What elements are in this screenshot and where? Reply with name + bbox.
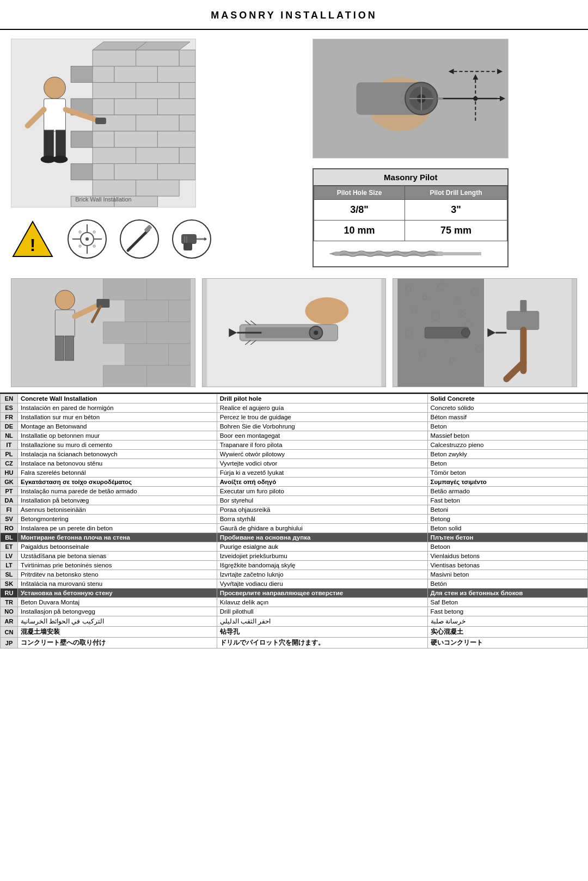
masonry-pilot-table: Masonry Pilot Pilot Hole Size Pilot Dril…	[313, 168, 509, 267]
lang-col3: Betón	[427, 579, 587, 589]
lang-col3: 实心混凝土	[427, 627, 587, 638]
lang-code: PT	[1, 487, 18, 496]
lang-col2: 钻导孔	[217, 627, 427, 638]
lang-col3: Vientisas betonas	[427, 561, 587, 570]
lang-col2: Drill pilot hole	[217, 394, 427, 403]
lang-col1: Concrete Wall Installation	[18, 394, 217, 403]
svg-rect-18	[157, 131, 195, 148]
screwdriver-icon	[120, 219, 159, 259]
svg-rect-100	[55, 336, 64, 360]
lang-code: RU	[1, 589, 18, 598]
language-table-section: ENConcrete Wall InstallationDrill pilot …	[0, 393, 588, 648]
svg-point-56	[93, 245, 95, 247]
lang-col1: 混凝土墙安装	[18, 627, 217, 638]
lang-col3: Beton zwykły	[427, 450, 587, 459]
lang-col1: Inštalácia na murovanú stenu	[18, 579, 217, 589]
lang-col1: Installasjon på betongvegg	[18, 607, 217, 616]
warning-icon: !	[11, 219, 54, 259]
lang-col2: Vyvŕtajte vodiacu dieru	[217, 579, 427, 589]
lang-col3: Solid Concrete	[427, 394, 587, 403]
lang-col3: Betão armado	[427, 487, 587, 496]
svg-rect-36	[44, 99, 66, 131]
lang-col2: Bor styrehul	[217, 496, 427, 505]
svg-marker-33	[71, 131, 93, 148]
lang-col1: التركيب في الحوائط الخرسانية	[18, 616, 217, 627]
lang-col3: Betoon	[427, 542, 587, 552]
lang-code: EN	[1, 394, 18, 403]
svg-rect-37	[44, 130, 54, 157]
lang-col2: Kılavuz delik açın	[217, 598, 427, 607]
lang-col1: コンクリート壁への取り付け	[18, 638, 217, 648]
svg-point-110	[314, 331, 318, 335]
lang-col3: Betong	[427, 515, 587, 524]
lang-code: PL	[1, 450, 18, 459]
svg-rect-15	[179, 115, 195, 131]
lang-col2: Realice el agujero guía	[217, 403, 427, 413]
concrete-hammer-illustration	[393, 278, 577, 387]
svg-point-52	[85, 237, 89, 241]
lang-col2: Vyvrtejte vodici otvor	[217, 459, 427, 468]
svg-rect-60	[181, 234, 197, 244]
lang-col1: Montage an Betonwand	[18, 422, 217, 431]
lang-col1: Instalación en pared de hormigón	[18, 403, 217, 413]
middle-section	[0, 278, 588, 387]
svg-rect-92	[103, 322, 146, 344]
lang-col1: Installation sur mur en béton	[18, 413, 217, 422]
lang-code: FI	[1, 505, 18, 515]
page-title: MASONRY INSTALLATION	[0, 0, 588, 30]
lang-col1: Beton Duvara Montaj	[18, 598, 217, 607]
lang-code: CN	[1, 627, 18, 638]
lang-col3: Saf Beton	[427, 598, 587, 607]
drill-icon	[172, 219, 211, 259]
row2-col1: 10 mm	[314, 221, 405, 241]
lang-code: JP	[1, 638, 18, 648]
lang-code: BL	[1, 533, 18, 542]
svg-point-135	[462, 328, 470, 337]
lang-col3: Concreto sólido	[427, 403, 587, 413]
lang-col1: Installazione su muro di cemento	[18, 440, 217, 450]
svg-rect-23	[114, 164, 158, 180]
lang-col2: Išgręžkite bandomają skylę	[217, 561, 427, 570]
svg-rect-89	[146, 278, 190, 300]
svg-rect-85	[438, 252, 481, 255]
svg-point-54	[93, 231, 95, 233]
svg-rect-24	[157, 164, 195, 180]
lang-col1: Uzstādīšana pie betona sienas	[18, 552, 217, 561]
lang-col1: Falra szerelés betonnál	[18, 468, 217, 478]
lang-col2: Ανοίξτε οπή οδηγό	[217, 478, 427, 487]
person-hammering-illustration	[11, 278, 195, 387]
lang-col1: Установка на бетонную стену	[18, 589, 217, 598]
col1-header: Pilot Hole Size	[314, 186, 405, 200]
lang-col1: Монтиране бетонна плоча на стена	[18, 533, 217, 542]
row1-col1: 3/8"	[314, 200, 405, 221]
row1-col2: 3"	[405, 200, 507, 221]
svg-rect-7	[93, 82, 136, 99]
lang-col3: Beton solid	[427, 524, 587, 533]
svg-point-106	[305, 297, 348, 325]
lang-code: NO	[1, 607, 18, 616]
lang-col1: Pritrditev na betonsko steno	[18, 570, 217, 579]
svg-point-53	[79, 231, 81, 233]
language-table: ENConcrete Wall InstallationDrill pilot …	[0, 394, 588, 648]
svg-rect-42	[95, 118, 106, 124]
drill-bit-illustration	[314, 241, 507, 266]
svg-rect-139	[520, 300, 527, 312]
svg-rect-99	[55, 310, 75, 337]
lang-code: FR	[1, 413, 18, 422]
lang-col3: Beton	[427, 459, 587, 468]
svg-rect-88	[103, 278, 146, 300]
lang-code: AR	[1, 616, 18, 627]
lang-col2: Borra styrhål	[217, 515, 427, 524]
lang-col3: 硬いコンクリート	[427, 638, 587, 648]
svg-point-40	[53, 156, 68, 163]
svg-marker-34	[71, 164, 93, 180]
svg-rect-61	[183, 243, 192, 250]
lang-code: ET	[1, 542, 18, 552]
drill-photo	[313, 39, 509, 158]
lang-col2: Puurige esialgne auk	[217, 542, 427, 552]
lang-code: GK	[1, 478, 18, 487]
svg-rect-9	[179, 82, 195, 99]
svg-rect-25	[93, 180, 136, 196]
lang-col3: Συμπαγές τσιμέντο	[427, 478, 587, 487]
col2-header: Pilot Drill Length	[405, 186, 507, 200]
